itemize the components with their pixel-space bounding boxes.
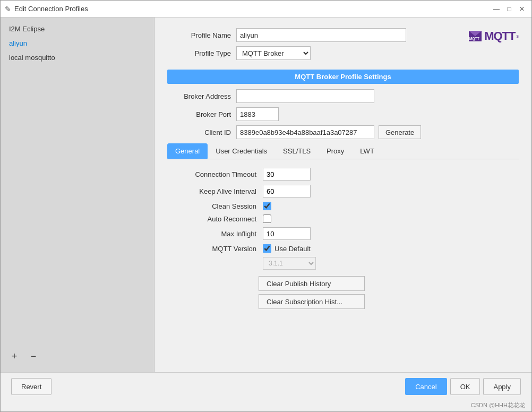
mqtt-version-checkbox[interactable] xyxy=(263,244,271,253)
content-area: I2M Eclipse aliyun local mosquitto + − P… xyxy=(1,18,531,372)
watermark: CSDN @HHH花花花 xyxy=(1,400,531,411)
maximize-button[interactable]: □ xyxy=(504,4,514,14)
apply-button[interactable]: Apply xyxy=(483,378,521,395)
profile-type-select[interactable]: MQTT Broker MQTT Publisher MQTT Subscrib… xyxy=(236,46,311,60)
bottom-section: Revert Cancel OK Apply CSDN @HHH花花花 xyxy=(1,372,531,411)
svg-text:MQTT: MQTT xyxy=(469,37,480,41)
connection-timeout-label: Connection Timeout xyxy=(178,170,263,178)
general-settings: Connection Timeout Keep Alive Interval C… xyxy=(167,168,519,270)
profile-name-input[interactable] xyxy=(236,28,406,42)
clean-session-checkbox[interactable] xyxy=(263,202,271,210)
broker-port-label: Broker Port xyxy=(167,110,236,118)
sidebar-item-local-mosquitto[interactable]: local mosquitto xyxy=(1,50,154,65)
auto-reconnect-row: Auto Reconnect xyxy=(178,214,519,223)
clean-session-label: Clean Session xyxy=(178,202,263,210)
max-inflight-label: Max Inflight xyxy=(178,230,263,238)
title-bar: ✎ Edit Connection Profiles — □ ✕ xyxy=(1,1,531,18)
profile-type-row: Profile Type MQTT Broker MQTT Publisher … xyxy=(167,46,406,60)
bottom-right-buttons: Cancel OK Apply xyxy=(405,378,521,395)
tab-ssl-tls[interactable]: SSL/TLS xyxy=(275,143,319,159)
broker-address-input[interactable] xyxy=(236,89,374,103)
bottom-bar: Revert Cancel OK Apply xyxy=(1,372,531,400)
tab-proxy[interactable]: Proxy xyxy=(319,143,352,159)
sidebar-footer: + − xyxy=(1,345,154,368)
tab-general[interactable]: General xyxy=(167,143,208,159)
clear-publish-button[interactable]: Clear Publish History xyxy=(259,276,365,291)
max-inflight-input[interactable] xyxy=(263,227,311,240)
client-id-row: Client ID Generate xyxy=(167,125,519,139)
client-id-input[interactable] xyxy=(236,125,374,139)
tab-bar: General User Credentials SSL/TLS Proxy L… xyxy=(167,143,519,159)
keep-alive-row: Keep Alive Interval xyxy=(178,185,519,198)
broker-address-label: Broker Address xyxy=(167,92,236,100)
tab-user-credentials[interactable]: User Credentials xyxy=(208,143,275,159)
mqtt-version-row: MQTT Version Use Default xyxy=(178,244,519,253)
profile-name-label: Profile Name xyxy=(167,31,236,39)
title-bar-controls: — □ ✕ xyxy=(491,4,527,14)
action-buttons: Clear Publish History Clear Subscription… xyxy=(167,276,519,309)
mqtt-broker-settings-button[interactable]: MQTT Broker Profile Settings xyxy=(167,70,519,84)
mqtt-version-label: MQTT Version xyxy=(178,245,263,253)
window-title: Edit Connection Profiles xyxy=(14,5,88,13)
main-panel: Profile Name Profile Type MQTT Broker MQ… xyxy=(155,18,531,372)
clear-subscription-button[interactable]: Clear Subscription Hist... xyxy=(259,294,365,309)
clean-session-row: Clean Session xyxy=(178,202,519,210)
add-profile-button[interactable]: + xyxy=(7,349,22,364)
connection-timeout-input[interactable] xyxy=(263,168,311,181)
ok-button[interactable]: OK xyxy=(450,378,480,395)
version-select[interactable]: 3.1.1 xyxy=(263,257,316,270)
mqtt-logo-suffix: s xyxy=(517,33,519,39)
title-bar-left: ✎ Edit Connection Profiles xyxy=(5,5,88,13)
edit-icon: ✎ xyxy=(5,5,11,13)
connection-timeout-row: Connection Timeout xyxy=(178,168,519,181)
broker-port-input[interactable] xyxy=(236,107,279,121)
mqtt-version-use-default: Use Default xyxy=(274,245,311,253)
mqtt-logo: MQTT MQTT s xyxy=(467,28,519,44)
broker-address-row: Broker Address xyxy=(167,89,519,103)
remove-profile-button[interactable]: − xyxy=(26,349,41,364)
minimize-button[interactable]: — xyxy=(491,4,502,14)
profile-name-row: Profile Name xyxy=(167,28,406,42)
auto-reconnect-label: Auto Reconnect xyxy=(178,215,263,223)
keep-alive-label: Keep Alive Interval xyxy=(178,187,263,195)
profile-type-controls: MQTT Broker MQTT Publisher MQTT Subscrib… xyxy=(236,46,311,60)
client-id-label: Client ID xyxy=(167,128,236,136)
sidebar-item-aliyun[interactable]: aliyun xyxy=(1,36,154,50)
max-inflight-row: Max Inflight xyxy=(178,227,519,240)
auto-reconnect-checkbox[interactable] xyxy=(263,214,271,223)
profile-fields: Profile Name Profile Type MQTT Broker MQ… xyxy=(167,28,406,64)
sidebar: I2M Eclipse aliyun local mosquitto + − xyxy=(1,18,155,372)
main-window: ✎ Edit Connection Profiles — □ ✕ I2M Ecl… xyxy=(0,0,532,412)
generate-button[interactable]: Generate xyxy=(379,125,421,139)
version-select-row: 3.1.1 xyxy=(178,257,519,270)
broker-port-row: Broker Port xyxy=(167,107,519,121)
cancel-button[interactable]: Cancel xyxy=(405,378,447,395)
profile-type-label: Profile Type xyxy=(167,49,236,57)
revert-button[interactable]: Revert xyxy=(11,378,52,395)
sidebar-item-i2m-eclipse[interactable]: I2M Eclipse xyxy=(1,22,154,36)
keep-alive-input[interactable] xyxy=(263,185,311,198)
tab-lwt[interactable]: LWT xyxy=(352,143,382,159)
mqtt-logo-text: MQTT xyxy=(484,29,515,43)
close-button[interactable]: ✕ xyxy=(517,4,527,14)
mqtt-logo-icon: MQTT xyxy=(467,28,483,44)
